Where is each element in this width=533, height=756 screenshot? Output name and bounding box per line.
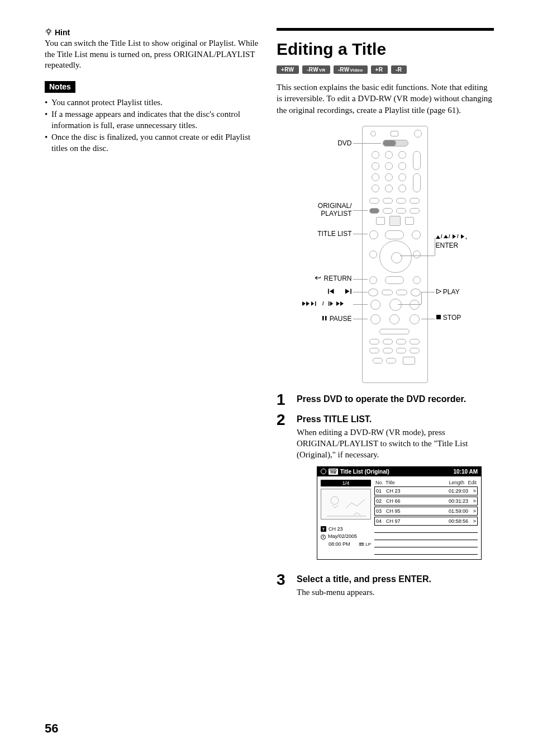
svg-text:,: ,	[465, 234, 467, 240]
remote-label-title-list: TITLE LIST	[279, 230, 352, 238]
page-number: 56	[45, 721, 58, 736]
title-rule	[277, 28, 494, 31]
notes-badge: Notes	[45, 81, 75, 93]
remote-label-prev-next	[279, 288, 352, 296]
svg-rect-3	[322, 316, 324, 320]
table-row-empty	[374, 527, 478, 533]
step-1: 1 Press DVD to operate the DVD recorder.	[277, 392, 494, 408]
clock-icon	[321, 535, 326, 540]
page-title: Editing a Title	[277, 36, 494, 59]
disc-chip: -RWVR	[302, 65, 330, 74]
record-icon	[321, 469, 326, 474]
table-row[interactable]: 02 CH 66 00:31:23 >	[374, 497, 478, 505]
return-arrow-icon	[314, 275, 323, 282]
step-text: The sub-menu appears.	[297, 587, 494, 598]
step-number: 3	[277, 572, 291, 598]
table-row[interactable]: 01 CH 23 01:29:03 >	[374, 486, 478, 495]
step-2: 2 Press TITLE LIST. When editing a DVD-R…	[277, 412, 494, 568]
disc-chip: +RW	[277, 65, 299, 74]
title-icon: T	[321, 526, 326, 532]
table-row[interactable]: 03 CH 95 01:59:00 >	[374, 507, 478, 516]
step-text: When editing a DVD-RW (VR mode), press O…	[297, 427, 494, 461]
remote-label-play: PLAY	[436, 288, 497, 296]
step-number: 2	[277, 412, 291, 568]
hint-heading: Hint	[45, 28, 260, 37]
rec-mode-icon: 📼 LP	[359, 542, 371, 547]
title-list-meta: TCH 23 May/02/2005 08:00 PM 📼 LP	[321, 526, 371, 548]
notes-item: Once the disc is finalized, you cannot c…	[45, 132, 260, 154]
title-list-clock: 10:10 AM	[453, 469, 478, 475]
title-list-count: 1/4	[321, 480, 371, 486]
disc-type-chips: +RW -RWVR -RWVideo +R -R	[277, 65, 494, 74]
step-number: 1	[277, 392, 291, 408]
remote-label-return: RETURN	[279, 275, 352, 282]
svg-point-10	[331, 497, 339, 504]
step-heading: Press DVD to operate the DVD recorder.	[297, 394, 494, 404]
svg-rect-9	[436, 315, 441, 319]
svg-text:/: /	[457, 234, 459, 239]
disc-chip: -R	[391, 65, 407, 74]
svg-text:/: /	[322, 301, 324, 306]
hint-body: You can switch the Title List to show or…	[45, 38, 260, 71]
svg-rect-4	[325, 316, 327, 320]
hint-label: Hint	[55, 28, 70, 37]
table-row[interactable]: 04 CH 97 00:58:56 >	[374, 517, 478, 526]
step-heading: Press TITLE LIST.	[297, 414, 494, 424]
table-row-empty	[374, 541, 478, 547]
notes-item: If a message appears and indicates that …	[45, 109, 260, 131]
step-heading: Select a title, and press ENTER.	[297, 574, 494, 584]
title-list-screenshot: DVD -RW Title List (Original) 10:10 AM 1…	[317, 466, 482, 560]
step-3: 3 Select a title, and press ENTER. The s…	[277, 572, 494, 598]
table-row-empty	[374, 534, 478, 540]
disc-badge-icon: DVD -RW	[329, 469, 338, 475]
svg-rect-1	[337, 289, 341, 294]
remote-label-scan-slow: /	[279, 300, 352, 309]
remote-label-stop: STOP	[436, 314, 497, 322]
notes-item: You cannot protect Playlist titles.	[45, 97, 260, 108]
svg-text:/: /	[441, 234, 442, 239]
remote-diagram: DVD ORIGINAL/ PLAYLIST TITLE LIST RETURN	[279, 126, 492, 383]
title-list-header-title: Title List (Original)	[340, 469, 389, 475]
remote-label-arrows-enter: / / / , ENTER	[436, 233, 497, 249]
lightbulb-icon	[45, 28, 53, 37]
intro-text: This section explains the basic edit fun…	[277, 82, 494, 116]
disc-chip: +R	[371, 65, 388, 74]
title-list-thumbnail	[321, 489, 371, 519]
remote-outline	[362, 126, 428, 383]
table-row-empty	[374, 549, 478, 555]
remote-label-dvd: DVD	[279, 139, 352, 147]
svg-point-0	[47, 30, 50, 33]
svg-text:/: /	[449, 234, 450, 239]
disc-chip: -RWVideo	[334, 65, 368, 74]
remote-label-original-playlist: ORIGINAL/ PLAYLIST	[279, 202, 352, 218]
remote-label-pause: PAUSE	[279, 315, 352, 323]
notes-list: You cannot protect Playlist titles. If a…	[45, 97, 260, 154]
title-list-columns: No. Title Length Edit	[374, 480, 478, 486]
